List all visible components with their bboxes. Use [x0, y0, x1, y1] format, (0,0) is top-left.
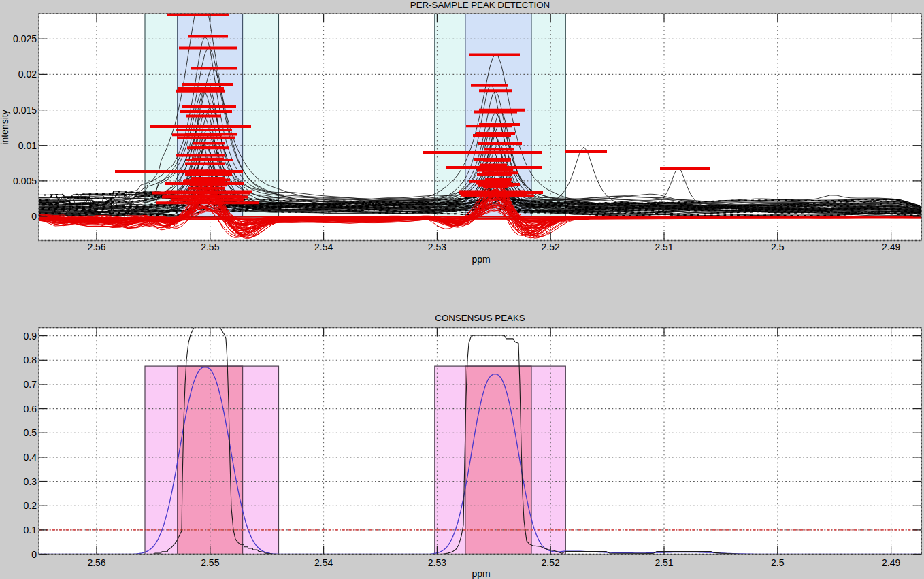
svg-text:0.6: 0.6 [24, 403, 37, 414]
svg-text:2.53: 2.53 [428, 557, 446, 568]
svg-text:PER-SAMPLE PEAK DETECTION: PER-SAMPLE PEAK DETECTION [410, 0, 550, 10]
svg-text:2.56: 2.56 [87, 557, 105, 568]
svg-text:0.1: 0.1 [24, 525, 37, 535]
svg-text:ppm: ppm [472, 254, 490, 265]
svg-text:2.52: 2.52 [542, 557, 560, 568]
svg-text:2.5: 2.5 [771, 242, 785, 252]
svg-text:0.025: 0.025 [13, 33, 37, 44]
svg-text:0.7: 0.7 [24, 379, 37, 390]
svg-text:2.51: 2.51 [655, 242, 673, 252]
svg-text:2.55: 2.55 [201, 242, 219, 252]
svg-text:0.01: 0.01 [18, 140, 37, 151]
svg-text:2.52: 2.52 [542, 242, 560, 252]
svg-text:2.56: 2.56 [87, 242, 105, 252]
svg-text:2.55: 2.55 [201, 557, 219, 568]
svg-text:0.4: 0.4 [24, 452, 37, 463]
svg-text:0.3: 0.3 [24, 476, 37, 487]
svg-text:0: 0 [31, 211, 37, 222]
svg-text:2.49: 2.49 [882, 242, 900, 252]
svg-text:2.54: 2.54 [314, 242, 333, 252]
svg-text:0.015: 0.015 [13, 105, 37, 116]
svg-text:0: 0 [31, 549, 37, 560]
svg-text:CONSENSUS PEAKS: CONSENSUS PEAKS [435, 313, 525, 323]
svg-text:0.2: 0.2 [24, 500, 37, 511]
svg-text:0.8: 0.8 [24, 354, 37, 365]
svg-text:0.9: 0.9 [24, 331, 37, 342]
svg-text:0.02: 0.02 [18, 69, 37, 80]
svg-text:2.53: 2.53 [428, 242, 446, 252]
svg-text:0.005: 0.005 [13, 176, 37, 186]
svg-text:2.51: 2.51 [655, 557, 673, 568]
svg-text:2.49: 2.49 [882, 557, 900, 568]
svg-text:2.5: 2.5 [771, 557, 785, 568]
svg-text:0.5: 0.5 [24, 427, 37, 438]
svg-text:intensity: intensity [0, 110, 10, 144]
svg-text:2.54: 2.54 [314, 557, 333, 568]
svg-text:ppm: ppm [472, 568, 490, 579]
